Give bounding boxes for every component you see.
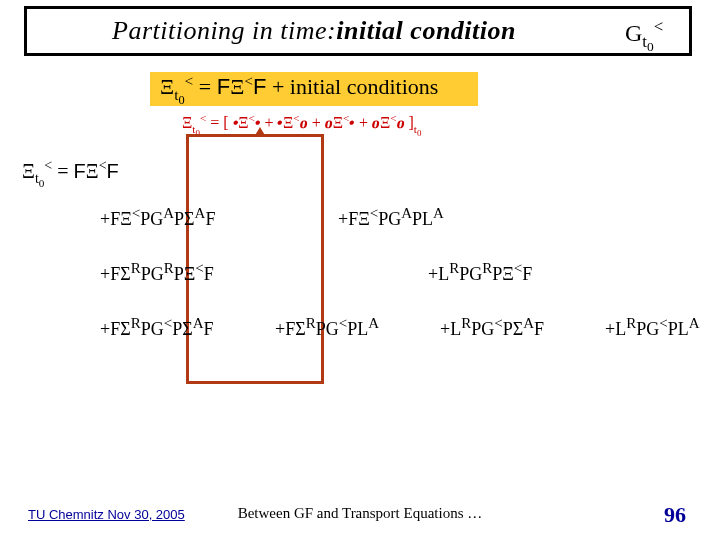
eq-row-3a: +FΣRPG<PΣAF xyxy=(100,315,214,340)
footer-title: Between GF and Transport Equations … xyxy=(0,505,720,522)
eq-row-2a: +FΣRPGRPΞ<F xyxy=(100,260,214,285)
title-prefix: Partitioning in time: xyxy=(112,16,336,46)
eq-row-1a: +FΞ<PGAPΣAF xyxy=(100,205,215,230)
eq-xi: Ξt0< = FΞ<F xyxy=(22,158,119,188)
eq-row-3c: +LRPG<PΣAF xyxy=(440,315,544,340)
page-number: 96 xyxy=(664,502,686,528)
eq-row-1b: +FΞ<PGAPLA xyxy=(338,205,444,230)
highlight-frame xyxy=(186,134,324,384)
title-box: Partitioning in time: initial condition … xyxy=(24,6,692,56)
title-emph: initial condition xyxy=(336,16,516,46)
eq-row-3d: +LRPG<PLA xyxy=(605,315,700,340)
eq-row-2b: +LRPGRPΞ<F xyxy=(428,260,532,285)
title-symbol: Gt0< xyxy=(625,17,663,55)
eq-row-3b: +FΣRPG<PLA xyxy=(275,315,379,340)
eq-main: Ξt0< = FΞ<F + initial conditions xyxy=(160,72,438,108)
